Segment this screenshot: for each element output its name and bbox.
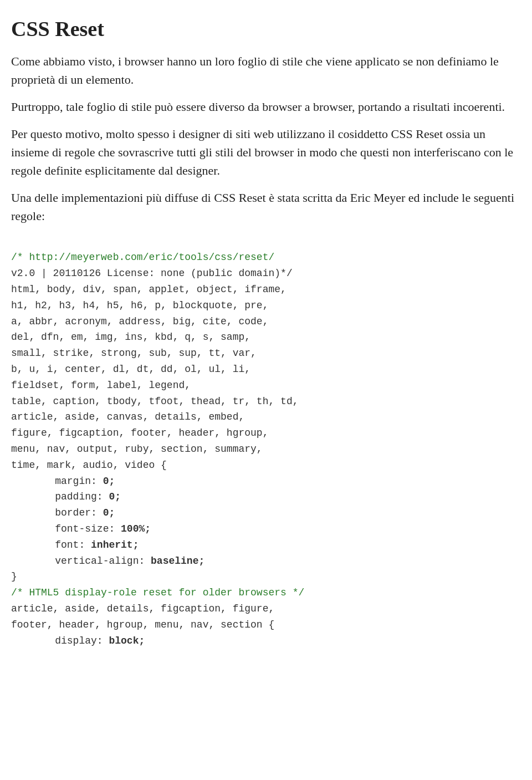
page-title: CSS Reset xyxy=(11,17,515,42)
code-line-15: footer, header, hgroup, menu, nav, secti… xyxy=(11,619,274,630)
code-line-2: html, body, div, span, applet, object, i… xyxy=(11,284,287,295)
code-line-3: h1, h2, h3, h4, h5, h6, p, blockquote, p… xyxy=(11,300,268,311)
code-line-4: a, abbr, acronym, address, big, cite, co… xyxy=(11,316,268,327)
code-line-5: del, dfn, em, img, ins, kbd, q, s, samp, xyxy=(11,332,250,343)
code-prop-5: font: inherit; xyxy=(11,539,139,550)
code-prop-3: border: 0; xyxy=(11,507,115,518)
code-line-13: time, mark, audio, video { xyxy=(11,460,167,471)
code-line-9: table, caption, tbody, tfoot, thead, tr,… xyxy=(11,396,298,407)
code-line-11: figure, figcaption, footer, header, hgro… xyxy=(11,427,268,439)
code-comment-2: /* HTML5 display-role reset for older br… xyxy=(11,587,304,598)
code-line-14: article, aside, details, figcaption, fig… xyxy=(11,603,274,614)
code-block: /* http://meyerweb.com/eric/tools/css/re… xyxy=(11,234,515,649)
code-comment-1: /* http://meyerweb.com/eric/tools/css/re… xyxy=(11,252,274,263)
code-line-6: small, strike, strong, sub, sup, tt, var… xyxy=(11,348,257,359)
code-line-7: b, u, i, center, dl, dt, dd, ol, ul, li, xyxy=(11,364,250,375)
code-line-10: article, aside, canvas, details, embed, xyxy=(11,411,244,422)
paragraph-4: Una delle implementazioni più diffuse di… xyxy=(11,188,515,225)
code-line-1: v2.0 | 20110126 License: none (public do… xyxy=(11,268,293,279)
code-line-8: fieldset, form, label, legend, xyxy=(11,380,191,391)
paragraph-3: Per questo motivo, molto spesso i design… xyxy=(11,125,515,180)
paragraph-1: Come abbiamo visto, i browser hanno un l… xyxy=(11,52,515,89)
code-close-1: } xyxy=(11,571,17,582)
code-line-12: menu, nav, output, ruby, section, summar… xyxy=(11,443,263,455)
paragraph-2: Purtroppo, tale foglio di stile può esse… xyxy=(11,98,515,116)
code-prop-7: display: block; xyxy=(11,635,145,646)
code-prop-4: font-size: 100%; xyxy=(11,523,151,534)
code-prop-1: margin: 0; xyxy=(11,476,115,487)
code-prop-2: padding: 0; xyxy=(11,491,121,502)
code-prop-6: vertical-align: baseline; xyxy=(11,555,204,567)
